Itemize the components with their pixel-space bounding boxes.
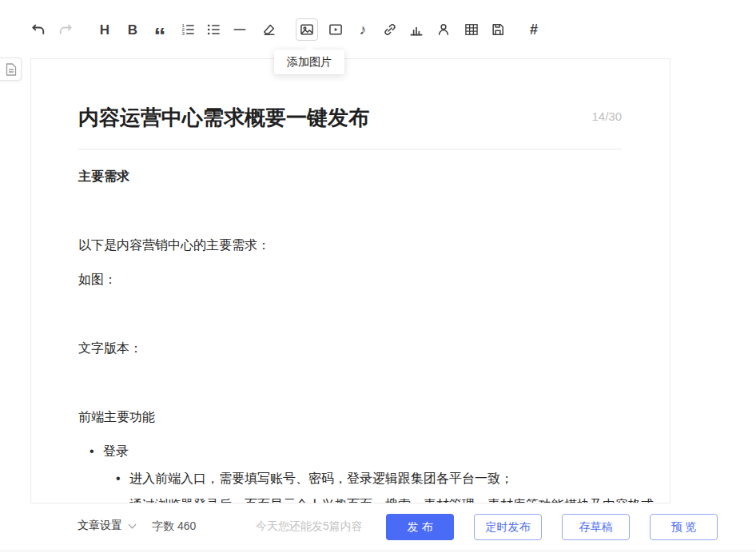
- bold-icon: B: [128, 23, 137, 37]
- clear-format-button[interactable]: [258, 18, 281, 41]
- daily-quota-text: 今天您还能发5篇内容: [256, 519, 363, 534]
- paragraph[interactable]: 文字版本：: [78, 337, 142, 359]
- editor-canvas[interactable]: 内容运营中心需求概要一键发布 14/30 主要需求 以下是内容营销中心的主要需求…: [30, 58, 670, 503]
- title-char-counter: 14/30: [591, 109, 622, 123]
- music-note-icon: ♪: [360, 22, 367, 37]
- person-icon: [436, 22, 452, 38]
- save-icon: [490, 22, 506, 38]
- list-item[interactable]: 登录: [90, 440, 129, 462]
- document-icon: [6, 63, 17, 76]
- publish-button[interactable]: 发 布: [386, 514, 454, 540]
- editor-toolbar: H B “ 1 2 3: [0, 0, 756, 50]
- eraser-icon: [261, 22, 277, 38]
- unordered-list-button[interactable]: [202, 18, 225, 41]
- list-item-text: 登录: [103, 440, 129, 462]
- heading-icon: H: [100, 23, 109, 37]
- list-item[interactable]: 进入前端入口，需要填写账号、密码，登录逻辑跟集团各平台一致；: [116, 467, 513, 489]
- add-image-tooltip: 添加图片: [274, 50, 344, 74]
- add-image-button[interactable]: [296, 18, 318, 41]
- undo-icon: [30, 22, 46, 38]
- save-button[interactable]: [487, 18, 509, 41]
- list-item[interactable]: 通过浏览器登录后，页面显示个人兴趣页面，搜索、素材管理、素材库等功能模块及内容格…: [116, 494, 654, 503]
- ordered-list-button[interactable]: 1 2 3: [177, 18, 199, 41]
- schedule-publish-button[interactable]: 定时发布: [474, 514, 542, 540]
- word-count: 字数 460: [152, 519, 196, 534]
- blockquote-button[interactable]: “: [149, 18, 171, 41]
- paragraph[interactable]: 主要需求: [78, 165, 129, 187]
- paragraph[interactable]: 如图：: [78, 269, 117, 290]
- horizontal-rule-button[interactable]: [229, 18, 251, 41]
- author-card-button[interactable]: [432, 18, 455, 41]
- topic-button[interactable]: #: [523, 18, 545, 41]
- insert-link-button[interactable]: [379, 18, 401, 41]
- chevron-down-icon: [129, 520, 137, 528]
- undo-button[interactable]: [27, 18, 50, 41]
- article-settings-label: 文章设置: [78, 519, 122, 533]
- article-settings-button[interactable]: 文章设置: [78, 519, 135, 533]
- redo-button[interactable]: [54, 18, 77, 41]
- save-draft-button[interactable]: 存草稿: [562, 514, 630, 540]
- add-video-button[interactable]: [324, 18, 347, 41]
- table-icon: [464, 22, 479, 38]
- bar-chart-icon: [408, 22, 424, 38]
- hashtag-icon: #: [530, 22, 538, 37]
- preview-button[interactable]: 预 览: [650, 514, 718, 540]
- ordered-list-icon: 1 2 3: [180, 22, 196, 38]
- quote-icon: “: [154, 24, 166, 48]
- unordered-list-icon: [205, 22, 221, 38]
- image-icon: [299, 22, 315, 38]
- video-icon: [328, 22, 344, 38]
- add-audio-button[interactable]: ♪: [352, 18, 374, 41]
- paragraph[interactable]: 前端主要功能: [78, 406, 155, 428]
- document-title[interactable]: 内容运营中心需求概要一键发布: [78, 104, 369, 132]
- link-icon: [382, 22, 398, 38]
- bold-button[interactable]: B: [121, 18, 144, 41]
- footer-bar: 文章设置 字数 460 今天您还能发5篇内容 发 布 定时发布 存草稿 预 览: [0, 503, 756, 557]
- horizontal-rule-icon: [232, 22, 248, 38]
- paragraph[interactable]: 以下是内容营销中心的主要需求：: [78, 234, 270, 256]
- svg-text:3: 3: [182, 30, 185, 36]
- title-divider: [78, 149, 622, 149]
- redo-icon: [58, 22, 74, 38]
- tooltip-label: 添加图片: [287, 55, 332, 70]
- insert-table-button[interactable]: [460, 18, 483, 41]
- insert-chart-button[interactable]: [405, 18, 428, 41]
- outline-panel-toggle[interactable]: [0, 58, 22, 81]
- list-item-text: 通过浏览器登录后，页面显示个人兴趣页面，搜索、素材管理、素材库等功能模块及内容格…: [129, 494, 654, 503]
- heading-button[interactable]: H: [94, 18, 116, 41]
- list-item-text: 进入前端入口，需要填写账号、密码，登录逻辑跟集团各平台一致；: [129, 467, 513, 489]
